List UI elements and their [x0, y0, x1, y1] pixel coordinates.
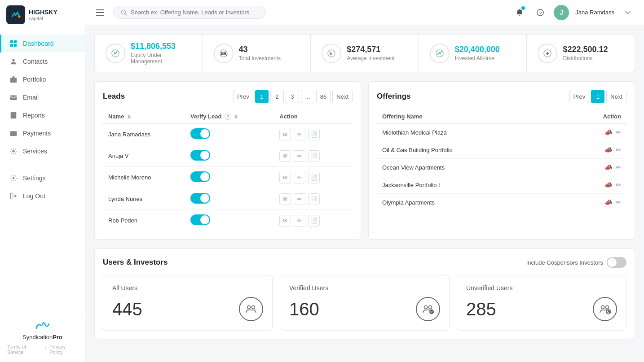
sidebar-item-label: Portfolio [23, 76, 46, 83]
offering-edit-icon[interactable]: ✏ [616, 146, 621, 153]
logo-text: HIGHSKY capital [29, 9, 57, 21]
svg-rect-14 [10, 132, 17, 133]
table-row: Rob Peden ✉ ✏ 📄 [103, 210, 353, 231]
offerings-prev-btn[interactable]: Prev [569, 90, 590, 103]
lead-edit-icon[interactable]: ✏ [294, 215, 305, 227]
lead-verify-toggle[interactable] [190, 150, 210, 161]
lead-email-icon[interactable]: ✉ [279, 150, 291, 162]
lead-doc-icon[interactable]: 📄 [308, 150, 320, 162]
lead-edit-icon[interactable]: ✏ [294, 193, 305, 205]
svg-point-24 [224, 52, 226, 54]
notification-bell[interactable] [512, 5, 527, 20]
leads-next-btn[interactable]: Next [332, 90, 353, 103]
stat-equity: $11,806,553 Equity Under Management [95, 35, 203, 72]
sidebar-item-portfolio[interactable]: Portfolio [0, 70, 85, 88]
lead-email-icon[interactable]: ✉ [279, 215, 291, 227]
offerings-next-btn[interactable]: Next [606, 90, 626, 103]
svg-rect-7 [10, 78, 17, 83]
sidebar-item-label: Email [23, 94, 39, 101]
table-row: Midlothian Medical Plaza 📣 ✏ [377, 124, 626, 141]
lead-edit-icon[interactable]: ✏ [294, 150, 305, 162]
offering-megaphone-icon[interactable]: 📣 [604, 129, 612, 136]
sidebar-item-contacts[interactable]: Contacts [0, 52, 85, 70]
offering-action-group: 📣 ✏ [566, 164, 621, 171]
lead-verify-toggle[interactable] [190, 214, 210, 225]
all-users-count: 445 [112, 299, 142, 319]
settings-icon [9, 174, 18, 182]
hamburger-button[interactable] [94, 8, 106, 17]
sidebar-item-label: Payments [23, 130, 51, 137]
offerings-title: Offerings [377, 92, 411, 101]
sidebar-item-logout[interactable]: Log Out [0, 187, 85, 205]
offering-megaphone-icon[interactable]: 📣 [604, 199, 612, 206]
lead-edit-icon[interactable]: ✏ [294, 129, 305, 140]
terms-link[interactable]: Terms of Service [7, 344, 41, 355]
sidebar-item-dashboard[interactable]: Dashboard [0, 35, 85, 52]
svg-point-30 [252, 306, 255, 309]
help-button[interactable]: ? [533, 5, 547, 20]
offering-megaphone-icon[interactable]: 📣 [604, 181, 612, 188]
verify-sort-icon[interactable]: ⇅ [234, 114, 238, 119]
table-row: Michelle Moreno ✉ ✏ 📄 [103, 167, 353, 188]
offering-edit-icon[interactable]: ✏ [616, 181, 621, 188]
stats-row: $11,806,553 Equity Under Management 43 T… [94, 34, 635, 72]
lead-name: Michelle Moreno [103, 167, 185, 188]
lead-email-icon[interactable]: ✉ [279, 129, 291, 140]
sidebar-item-label: Log Out [23, 192, 45, 200]
lead-doc-icon[interactable]: 📄 [308, 193, 320, 205]
sidebar-item-email[interactable]: Email [0, 88, 85, 106]
stat-distributions: $222,500.12 Distributions [527, 35, 635, 72]
search-input[interactable] [131, 9, 258, 16]
offering-edit-icon[interactable]: ✏ [616, 129, 621, 136]
sidebar-item-services[interactable]: Services [0, 142, 85, 160]
stat-investments-text: 43 Total Investments [239, 45, 281, 61]
leads-col-name: Name ⇅ [103, 109, 185, 124]
lead-verify-toggle[interactable] [190, 193, 210, 204]
offerings-table: Offering Name Action Midlothian Medical … [377, 109, 626, 211]
offering-edit-icon[interactable]: ✏ [616, 199, 621, 206]
verify-help-icon[interactable]: ? [225, 113, 231, 120]
offering-action-group: 📣 ✏ [566, 181, 621, 188]
lead-toggle-cell [185, 124, 274, 145]
leads-page-3-btn[interactable]: 3 [286, 90, 299, 103]
leads-page-2-btn[interactable]: 2 [270, 90, 284, 103]
offering-edit-icon[interactable]: ✏ [616, 164, 621, 171]
privacy-link[interactable]: Privacy Policy [49, 344, 78, 355]
cosponsors-toggle[interactable] [607, 257, 626, 268]
lead-doc-icon[interactable]: 📄 [308, 172, 320, 183]
svg-point-29 [247, 306, 251, 309]
unverified-users-icon [593, 297, 617, 321]
average-label: Average Investment [347, 55, 395, 61]
average-value: $274,571 [347, 45, 395, 54]
lead-verify-toggle[interactable] [190, 171, 210, 182]
leads-prev-btn[interactable]: Prev [233, 90, 253, 103]
average-icon: $ [322, 44, 341, 63]
offering-megaphone-icon[interactable]: 📣 [604, 146, 612, 153]
logo-area: HIGHSKY capital [0, 0, 85, 30]
leads-page-1-btn[interactable]: 1 [255, 90, 269, 103]
sidebar-item-reports[interactable]: Reports [0, 106, 85, 124]
offering-action-group: 📣 ✏ [566, 199, 621, 206]
lead-email-icon[interactable]: ✉ [279, 193, 291, 205]
lead-toggle-cell [185, 167, 274, 188]
leads-page-86-btn[interactable]: 86 [316, 90, 331, 103]
lead-doc-icon[interactable]: 📄 [308, 129, 320, 140]
lead-verify-toggle[interactable] [190, 128, 210, 139]
lead-doc-icon[interactable]: 📄 [308, 215, 320, 227]
logo-icon [9, 8, 23, 22]
table-row: Oil & Gas Building Portfolio 📣 ✏ [377, 141, 626, 159]
sidebar-item-settings[interactable]: Settings [0, 169, 85, 187]
name-sort-icon[interactable]: ⇅ [127, 114, 131, 119]
lead-edit-icon[interactable]: ✏ [294, 172, 305, 183]
stat-distributions-text: $222,500.12 Distributions [563, 45, 608, 61]
sidebar-item-payments[interactable]: Payments [0, 124, 85, 142]
lead-actions: ✉ ✏ 📄 [274, 167, 353, 188]
lead-email-icon[interactable]: ✉ [279, 172, 291, 183]
avatar[interactable]: J [554, 5, 569, 20]
offerings-page-1-btn[interactable]: 1 [591, 90, 604, 103]
offering-megaphone-icon[interactable]: 📣 [604, 164, 612, 171]
lead-toggle-cell [185, 210, 274, 231]
sidebar-item-label: Dashboard [23, 40, 54, 47]
offering-name: Olympia Apartments [377, 194, 561, 211]
user-menu-button[interactable] [621, 5, 635, 20]
